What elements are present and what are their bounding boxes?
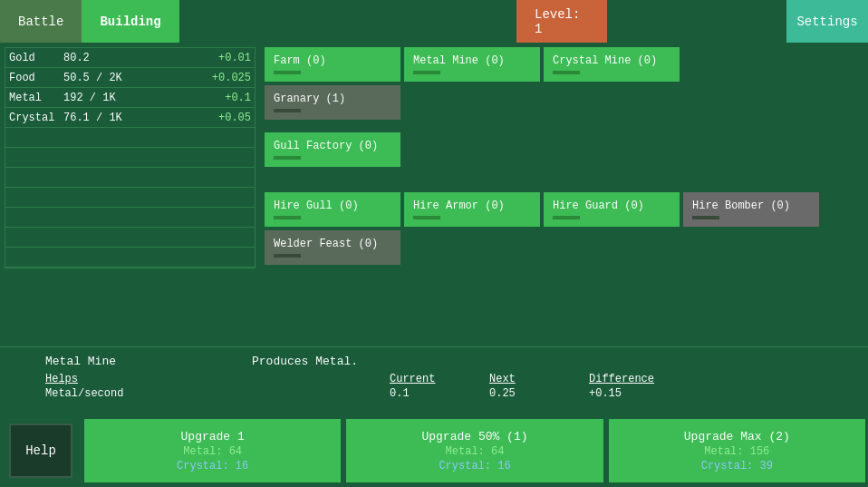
info-col-headers: Current Next Difference [390, 373, 689, 385]
resource-empty-5 [5, 208, 255, 228]
resource-name-gold: Gold [9, 52, 63, 64]
building-crystal-mine-bar [553, 71, 580, 74]
info-col-values: 0.1 0.25 +0.15 [390, 387, 689, 400]
building-hire-gull[interactable]: Hire Gull (0) [265, 192, 400, 227]
resource-name-metal: Metal [9, 92, 63, 104]
upgrade-max-crystal: Crystal: 39 [701, 460, 773, 472]
col-current-header: Current [390, 373, 489, 385]
upgrade-1-label: Upgrade 1 [181, 430, 245, 443]
building-farm[interactable]: Farm (0) [265, 47, 400, 82]
upgrade-1-crystal: Crystal: 16 [177, 460, 248, 472]
resource-row-gold: Gold 80.2 +0.01 [5, 48, 255, 68]
building-hire-bomber[interactable]: Hire Bomber (0) [683, 192, 819, 227]
building-row-5: Welder Feast (0) [265, 230, 863, 265]
info-values: Current Next Difference 0.1 0.25 +0.15 [390, 373, 689, 400]
upgrade-50-button[interactable]: Upgrade 50% (1) Metal: 64 Crystal: 16 [346, 419, 603, 482]
building-hire-guard-bar [553, 216, 580, 219]
building-granary-bar [274, 109, 301, 112]
building-row-4: Hire Gull (0) Hire Armor (0) Hire Guard … [265, 192, 863, 227]
building-hire-armor-bar [413, 216, 440, 219]
resource-value-crystal: 76.1 / 1K [63, 112, 218, 124]
info-stats-container: Helps Metal/second Current Next Differen… [45, 373, 823, 400]
upgrade-50-crystal: Crystal: 16 [439, 460, 510, 472]
col-next-header: Next [489, 373, 589, 385]
spacer-2 [265, 170, 863, 189]
spacer-1 [265, 123, 863, 129]
building-row-1: Farm (0) Metal Mine (0) Crystal Mine (0) [265, 47, 863, 82]
help-button[interactable]: Help [9, 424, 72, 478]
building-welder-feast[interactable]: Welder Feast (0) [265, 230, 400, 265]
tab-battle[interactable]: Battle [0, 0, 82, 43]
building-crystal-mine[interactable]: Crystal Mine (0) [544, 47, 680, 82]
resource-rate-food: +0.025 [212, 72, 251, 84]
info-title-row: Metal Mine Produces Metal. [45, 355, 823, 368]
resource-name-food: Food [9, 72, 63, 84]
info-labels: Helps Metal/second [45, 373, 390, 400]
resource-name-crystal: Crystal [9, 112, 63, 124]
resources-table: Gold 80.2 +0.01 Food 50.5 / 2K +0.025 Me… [5, 47, 256, 268]
info-building-desc: Produces Metal. [252, 355, 358, 368]
building-row-3: Gull Factory (0) [265, 132, 863, 167]
building-gull-factory-bar [274, 156, 301, 160]
building-row-2: Granary (1) [265, 85, 863, 120]
col-difference-value: +0.15 [589, 387, 689, 400]
upgrade-50-label: Upgrade 50% (1) [421, 430, 527, 443]
resource-empty-6 [5, 228, 255, 248]
upgrade-max-button[interactable]: Upgrade Max (2) Metal: 156 Crystal: 39 [609, 419, 865, 482]
building-hire-gull-bar [274, 216, 301, 219]
settings-button[interactable]: Settings [786, 0, 868, 43]
building-hire-armor[interactable]: Hire Armor (0) [404, 192, 540, 227]
upgrade-1-button[interactable]: Upgrade 1 Metal: 64 Crystal: 16 [84, 419, 341, 482]
building-welder-feast-bar [274, 254, 301, 258]
building-farm-bar [274, 71, 301, 74]
building-hire-bomber-bar [692, 216, 719, 219]
resource-empty-3 [5, 168, 255, 188]
upgrade-50-metal: Metal: 64 [446, 445, 505, 458]
tab-building[interactable]: Building [82, 0, 178, 43]
upgrade-max-metal: Metal: 156 [704, 445, 769, 458]
upgrade-1-metal: Metal: 64 [183, 445, 242, 458]
upgrade-bar: Help Upgrade 1 Metal: 64 Crystal: 16 Upg… [0, 414, 868, 487]
resource-rate-crystal: +0.05 [218, 112, 251, 124]
resource-empty-2 [5, 148, 255, 168]
resource-row-food: Food 50.5 / 2K +0.025 [5, 68, 255, 88]
info-panel: Metal Mine Produces Metal. Helps Metal/s… [0, 346, 868, 414]
resource-empty-1 [5, 128, 255, 148]
metric-label: Metal/second [45, 387, 390, 400]
col-difference-header: Difference [589, 373, 689, 385]
building-metal-mine-bar [413, 71, 440, 74]
resource-empty-4 [5, 188, 255, 208]
info-building-title: Metal Mine [45, 355, 116, 368]
resource-rate-gold: +0.01 [218, 52, 251, 64]
resource-value-metal: 192 / 1K [63, 92, 225, 104]
resource-empty-7 [5, 248, 255, 268]
building-metal-mine[interactable]: Metal Mine (0) [404, 47, 540, 82]
resource-value-gold: 80.2 [63, 52, 218, 64]
resource-value-food: 50.5 / 2K [63, 72, 212, 84]
building-granary[interactable]: Granary (1) [265, 85, 400, 120]
building-gull-factory[interactable]: Gull Factory (0) [265, 132, 400, 167]
col-next-value: 0.25 [489, 387, 589, 400]
level-badge: Level: 1 [516, 0, 607, 43]
resource-row-crystal: Crystal 76.1 / 1K +0.05 [5, 108, 255, 128]
resource-rate-metal: +0.1 [225, 92, 251, 104]
resource-row-metal: Metal 192 / 1K +0.1 [5, 88, 255, 108]
col-current-value: 0.1 [390, 387, 489, 400]
helps-link[interactable]: Helps [45, 373, 390, 385]
building-hire-guard[interactable]: Hire Guard (0) [544, 192, 680, 227]
upgrade-max-label: Upgrade Max (2) [684, 430, 790, 443]
